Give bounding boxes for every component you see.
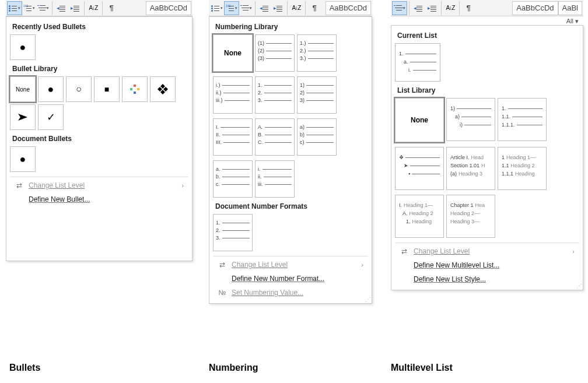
numbering-icon [23, 5, 32, 12]
bullet-tile-disc-doc[interactable]: ● [10, 146, 36, 172]
chevron-right-icon: › [361, 261, 363, 268]
numbering-tile-decimal-dot[interactable]: 1. 2. 3. [255, 76, 295, 114]
svg-marker-4 [160, 84, 165, 89]
multilevel-tile-heading-decimal[interactable]: 1Heading 1— 1.1Heading 2 1.1.1Heading [498, 147, 547, 190]
increase-indent-button[interactable] [425, 1, 439, 15]
bullet-tile-arrow[interactable] [10, 104, 36, 130]
section-document-number-formats: Document Number Formats [215, 202, 368, 210]
multilevel-tile-current[interactable]: 1. a. i. [395, 43, 440, 82]
change-list-level-item: ⇄ Change List Level › [395, 244, 579, 258]
numbering-icon [226, 5, 234, 12]
black-diamonds-icon [158, 84, 168, 94]
svg-marker-6 [163, 87, 168, 92]
separator [441, 1, 442, 15]
sort-button[interactable]: A↓Z [86, 1, 100, 15]
multilevel-button[interactable] [239, 1, 253, 15]
paragraph-icon: ¶ [312, 3, 316, 12]
decrease-indent-icon [414, 5, 422, 12]
set-value-icon: № [218, 289, 227, 297]
decrease-indent-button[interactable] [257, 1, 271, 15]
style-preview-2[interactable]: AaBl [558, 1, 582, 15]
numbering-tile-roman-lower-paren[interactable]: i.) ii.) iii.) [213, 76, 253, 114]
increase-indent-button[interactable] [68, 1, 82, 15]
increase-indent-icon [274, 5, 282, 12]
resize-grip-icon[interactable]: ⋰ [576, 283, 581, 289]
style-preview[interactable]: AaBbCcDd [146, 1, 191, 15]
define-new-list-style-item[interactable]: Define New List Style... [395, 272, 579, 286]
numbering-dropdown: Numbering Library None (1) (2) (3) 1.) 2… [209, 16, 372, 304]
numbering-tile-paren[interactable]: (1) (2) (3) [255, 34, 295, 72]
bullet-tile-none[interactable]: None [10, 76, 36, 102]
svg-rect-1 [130, 88, 132, 90]
multilevel-button[interactable] [36, 1, 50, 15]
numbering-tile-alpha-lower-dot[interactable]: a. b. c. [213, 160, 253, 198]
bullets-dropdown: Recently Used Bullets ● Bullet Library N… [6, 16, 192, 261]
bullet-tile-circle[interactable]: ○ [66, 76, 92, 102]
separator [52, 1, 52, 15]
multilevel-tile-decimal-nested[interactable]: 1. 1.1. 1.1.1. [498, 98, 547, 141]
bullet-tile-check[interactable]: ✓ [38, 104, 64, 130]
change-level-icon: ⇄ [400, 247, 409, 255]
numbering-tile-alpha-upper[interactable]: A. B. C. [255, 118, 295, 156]
separator [255, 1, 256, 15]
multilevel-tile-heading-roman[interactable]: I.Heading 1— A.Heading 2 1.Heading [395, 195, 444, 238]
numbering-tile-roman-lower-dot[interactable]: i. ii. iii. [255, 160, 295, 198]
decrease-indent-button[interactable] [54, 1, 68, 15]
ribbon-multilevel: A↓Z ¶ AaBbCcDd AaBl [391, 0, 583, 16]
numbering-tile-dotparen[interactable]: 1.) 2.) 3.) [297, 34, 337, 72]
separator [409, 1, 410, 15]
bullet-tile-square[interactable]: ■ [94, 76, 120, 102]
numbering-tile-none[interactable]: None [213, 34, 253, 72]
numbering-tile-roman-upper[interactable]: I. II. III. [213, 118, 253, 156]
multilevel-tile-none[interactable]: None [395, 98, 444, 142]
increase-indent-button[interactable] [271, 1, 285, 15]
numbering-tile-alpha-lower-paren[interactable]: a) b) c) [297, 118, 337, 156]
define-new-bullet-item[interactable]: Define New Bullet... [10, 192, 188, 206]
define-new-number-format-item[interactable]: Define New Number Format... [213, 272, 368, 286]
bullet-tile-diamonds[interactable] [150, 76, 176, 102]
multilevel-icon [394, 5, 402, 12]
paragraph-icon: ¶ [466, 3, 470, 12]
decrease-indent-icon [260, 5, 268, 12]
section-numbering-library: Numbering Library [215, 23, 368, 31]
svg-marker-5 [158, 87, 162, 92]
numbering-button[interactable] [22, 1, 36, 15]
show-paragraph-button[interactable]: ¶ [104, 1, 118, 15]
all-dropdown[interactable]: All ▾ [391, 16, 583, 25]
svg-rect-3 [134, 92, 136, 94]
increase-indent-icon [428, 5, 436, 12]
style-preview[interactable]: AaBbCcDd [326, 1, 371, 15]
svg-rect-2 [137, 88, 139, 90]
bullets-button[interactable] [7, 1, 22, 15]
bullet-tile-4color[interactable] [122, 76, 148, 102]
bullets-icon [9, 5, 17, 12]
style-preview[interactable]: AaBbCcDd [512, 1, 558, 15]
numbering-button[interactable] [224, 1, 239, 15]
sort-button[interactable]: A↓Z [443, 1, 457, 15]
caption-bullets: Bullets [9, 363, 40, 373]
numbering-tile-doc-decimal[interactable]: 1. 2. 3. [213, 214, 253, 251]
change-level-icon: ⇄ [15, 181, 24, 189]
sort-icon: A↓Z [89, 5, 98, 11]
multilevel-tile-chapter[interactable]: Chapter 1Hea Heading 2— Heading 3— [446, 195, 495, 238]
section-current-list: Current List [397, 31, 579, 40]
bullets-button[interactable] [210, 1, 224, 15]
bullet-tile-disc-recent[interactable]: ● [10, 34, 36, 60]
multilevel-tile-article[interactable]: Article I.Head Section 1.01H (a)Heading … [446, 147, 495, 190]
multilevel-tile-paren[interactable]: 1) a) i) [446, 98, 495, 141]
sort-button[interactable]: A↓Z [289, 1, 303, 15]
decrease-indent-button[interactable] [411, 1, 425, 15]
multilevel-button[interactable] [392, 1, 407, 15]
decrease-indent-icon [57, 5, 65, 12]
multilevel-icon [240, 5, 249, 12]
ribbon-bullets: A↓Z ¶ AaBbCcDd [6, 0, 192, 16]
section-recent-bullets: Recently Used Bullets [12, 23, 188, 31]
resize-grip-icon[interactable]: ⋰ [365, 296, 370, 303]
bullets-icon [211, 5, 219, 12]
show-paragraph-button[interactable]: ¶ [461, 1, 475, 15]
multilevel-tile-bullets[interactable]: ❖ ➤ ▪ [395, 147, 444, 190]
show-paragraph-button[interactable]: ¶ [307, 1, 321, 15]
numbering-tile-decimal-paren[interactable]: 1) 2) 3) [297, 76, 337, 114]
define-new-multilevel-list-item[interactable]: Define New Multilevel List... [395, 258, 579, 272]
bullet-tile-disc[interactable]: ● [38, 76, 64, 102]
